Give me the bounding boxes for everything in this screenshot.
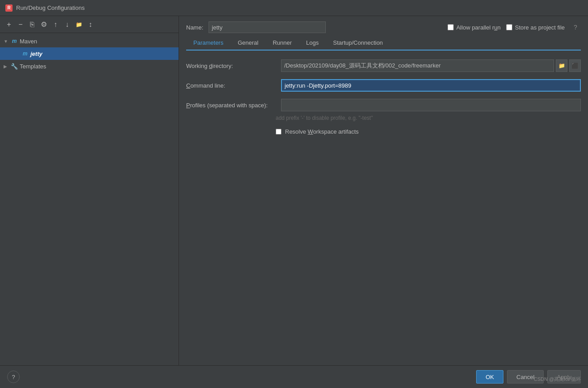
resolve-workspace-checkbox[interactable] [276, 129, 281, 135]
sidebar-item-jetty[interactable]: m jetty [0, 47, 179, 60]
external-browse-icon: ⬛ [571, 63, 579, 69]
resolve-workspace-row: Resolve Workspace artifacts [276, 128, 581, 135]
allow-parallel-group: Allow parallel run [447, 24, 501, 31]
settings-button[interactable]: ⚙ [38, 19, 49, 30]
profiles-hint: add prefix '-' to disable profile, e.g. … [276, 115, 581, 121]
sidebar-item-templates[interactable]: ▶ 🔧 Templates [0, 60, 179, 72]
app-icon: R [5, 4, 13, 12]
parameters-tab-content: Working directory: 📁 ⬛ [186, 51, 581, 365]
sidebar-toolbar: + − ⎘ ⚙ ↑ ↓ 📁 [0, 16, 179, 33]
tab-startup-connection[interactable]: Startup/Connection [326, 37, 390, 51]
folder-browse-icon: 📁 [558, 63, 565, 69]
command-line-label: Command line: [186, 82, 276, 89]
jetty-config-label: jetty [30, 51, 43, 57]
profiles-input[interactable] [281, 99, 581, 111]
profiles-label: Profiles (separated with space): [186, 102, 276, 109]
add-config-button[interactable]: + [4, 19, 14, 30]
move-up-button[interactable]: ↑ [50, 19, 61, 30]
help-button[interactable]: ? [7, 371, 20, 383]
store-as-project-group: Store as project file [506, 24, 565, 31]
resolve-workspace-label: Resolve Workspace artifacts [285, 128, 359, 135]
maven-icon: m [11, 38, 18, 45]
tab-general[interactable]: General [230, 37, 265, 51]
working-directory-browse-button[interactable]: ⬛ [569, 59, 581, 72]
name-label: Name: [186, 24, 203, 31]
dialog-title: Run/Debug Configurations [16, 4, 85, 11]
expand-arrow-maven: ▼ [4, 39, 9, 44]
allow-parallel-checkbox[interactable] [447, 24, 454, 30]
sidebar-item-maven[interactable]: ▼ m Maven [0, 35, 179, 47]
name-input[interactable] [209, 21, 326, 33]
working-directory-label: Working directory: [186, 63, 276, 69]
sidebar: + − ⎘ ⚙ ↑ ↓ 📁 [0, 16, 179, 365]
config-tree: ▼ m Maven m jetty ▶ [0, 33, 179, 365]
tab-parameters[interactable]: Parameters [186, 37, 230, 51]
allow-parallel-label: Allow parallel run [456, 24, 501, 31]
tab-logs[interactable]: Logs [299, 37, 326, 51]
command-line-row: Command line: [186, 79, 581, 92]
profiles-row: Profiles (separated with space): [186, 99, 581, 111]
jetty-maven-icon: m [21, 50, 29, 57]
command-line-input[interactable] [281, 79, 581, 92]
store-as-project-checkbox[interactable] [506, 24, 512, 30]
right-panel: Name: Allow parallel run Store as projec… [179, 16, 588, 365]
title-bar: R Run/Debug Configurations [0, 0, 588, 16]
expand-arrow-templates: ▶ [4, 64, 9, 69]
watermark: CSDN @高高for 循环 [534, 376, 581, 383]
tabs-bar: Parameters General Runner Logs Startup/C… [186, 37, 581, 51]
working-directory-input[interactable] [281, 59, 554, 72]
ok-button[interactable]: OK [476, 370, 503, 384]
maven-group-label: Maven [20, 38, 37, 45]
sort-button[interactable]: ↕ [85, 19, 96, 30]
working-directory-row: Working directory: 📁 ⬛ [186, 59, 581, 72]
templates-label: Templates [20, 63, 46, 70]
templates-wrench-icon: 🔧 [11, 63, 18, 70]
working-directory-input-group: 📁 ⬛ [281, 59, 581, 72]
tab-runner[interactable]: Runner [265, 37, 299, 51]
folder-button[interactable]: 📁 [73, 19, 84, 30]
store-as-project-label: Store as project file [515, 24, 565, 31]
help-inline-button[interactable]: ? [570, 22, 581, 33]
bottom-bar: ? OK Cancel Apply [0, 365, 588, 388]
working-directory-browse-folder-button[interactable]: 📁 [556, 59, 567, 72]
remove-config-button[interactable]: − [15, 19, 26, 30]
copy-config-button[interactable]: ⎘ [27, 19, 38, 30]
name-row: Name: Allow parallel run Store as projec… [186, 21, 581, 33]
move-down-button[interactable]: ↓ [62, 19, 72, 30]
